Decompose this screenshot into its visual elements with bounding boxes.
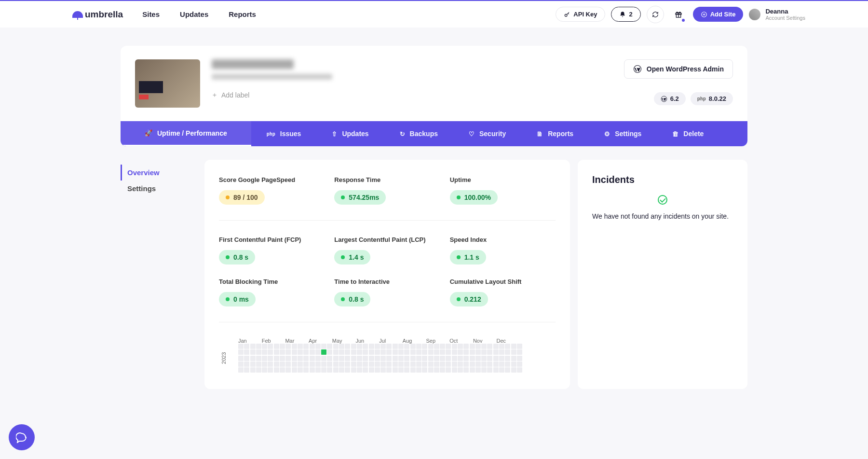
nav-sites[interactable]: Sites bbox=[142, 10, 160, 18]
calendar-cell bbox=[505, 349, 510, 355]
calendar-cell bbox=[303, 362, 309, 367]
account-menu[interactable]: Deanna Account Settings bbox=[749, 8, 805, 21]
open-wordpress-button[interactable]: Open WordPress Admin bbox=[624, 59, 733, 79]
check-circle-icon bbox=[658, 195, 667, 205]
calendar-cell bbox=[310, 349, 315, 355]
divider bbox=[219, 322, 556, 322]
gift-button[interactable] bbox=[670, 6, 687, 23]
tab-backups[interactable]: ↻Backups bbox=[384, 121, 453, 146]
main-nav: Sites Updates Reports bbox=[142, 10, 256, 18]
calendar-cell bbox=[410, 356, 416, 361]
tab-uptime[interactable]: 🚀Uptime / Performance bbox=[121, 121, 251, 146]
calendar-cell bbox=[481, 344, 487, 349]
wordpress-icon bbox=[633, 65, 642, 73]
calendar-cell bbox=[416, 349, 421, 355]
tab-reports[interactable]: 🗎Reports bbox=[521, 121, 589, 146]
tab-delete[interactable]: 🗑Delete bbox=[657, 121, 719, 146]
calendar-cell bbox=[262, 349, 267, 355]
calendar-cell bbox=[262, 367, 267, 373]
tab-settings[interactable]: ⚙Settings bbox=[589, 121, 657, 146]
site-title-blurred bbox=[212, 59, 294, 69]
php-version: 8.0.22 bbox=[709, 95, 726, 102]
calendar-cell bbox=[404, 344, 409, 349]
tab-updates[interactable]: ⇧Updates bbox=[316, 121, 384, 146]
metric-label: Time to Interactive bbox=[334, 278, 440, 285]
metric-value: 1.4 s bbox=[349, 253, 364, 261]
add-label-text: Add label bbox=[221, 91, 249, 99]
calendar-cell bbox=[369, 362, 374, 367]
calendar-cell bbox=[351, 362, 356, 367]
nav-updates[interactable]: Updates bbox=[180, 10, 208, 18]
metric-value: 0.212 bbox=[464, 295, 481, 303]
notifications-button[interactable]: 2 bbox=[611, 7, 640, 22]
calendar-cell bbox=[393, 367, 398, 373]
calendar-cell bbox=[238, 367, 244, 373]
calendar-cell bbox=[351, 367, 356, 373]
tab-issues[interactable]: phpIssues bbox=[251, 121, 317, 146]
bell-icon bbox=[619, 11, 626, 18]
calendar-cell bbox=[410, 349, 416, 355]
calendar-cell bbox=[393, 362, 398, 367]
heart-icon: ♡ bbox=[469, 130, 475, 138]
metric-pagespeed: Score Google PageSpeed 89 / 100 bbox=[219, 176, 325, 205]
calendar-cell bbox=[274, 356, 279, 361]
metric-label: Speed Index bbox=[450, 236, 556, 243]
calendar-cell bbox=[487, 367, 492, 373]
brand-logo[interactable]: umbrella bbox=[72, 9, 123, 20]
calendar-cell bbox=[505, 356, 510, 361]
metric-value: 0 ms bbox=[233, 295, 249, 303]
calendar-cell bbox=[511, 367, 516, 373]
refresh-button[interactable] bbox=[647, 6, 664, 23]
tab-security[interactable]: ♡Security bbox=[453, 121, 521, 146]
calendar-cell bbox=[262, 356, 267, 361]
sidebar-item-settings[interactable]: Settings bbox=[121, 181, 197, 196]
calendar-cell bbox=[369, 344, 374, 349]
php-icon: php bbox=[267, 131, 275, 137]
calendar-cell bbox=[268, 356, 273, 361]
calendar-cell bbox=[274, 362, 279, 367]
calendar-cell bbox=[505, 344, 510, 349]
calendar-month-label: Dec bbox=[497, 338, 520, 344]
calendar-cell bbox=[238, 356, 244, 361]
calendar-cell bbox=[505, 367, 510, 373]
calendar-cell bbox=[285, 367, 291, 373]
nav-reports[interactable]: Reports bbox=[229, 10, 256, 18]
calendar-cell bbox=[250, 349, 256, 355]
status-dot-icon bbox=[457, 255, 461, 259]
add-site-button[interactable]: Add Site bbox=[693, 7, 744, 22]
calendar-cell bbox=[268, 349, 273, 355]
calendar-cell bbox=[481, 349, 487, 355]
calendar-cell bbox=[428, 362, 434, 367]
calendar-cell bbox=[434, 349, 439, 355]
calendar-cell bbox=[458, 367, 463, 373]
calendar-cell bbox=[268, 367, 273, 373]
calendar-cell bbox=[280, 349, 285, 355]
calendar-cell bbox=[416, 362, 421, 367]
avatar bbox=[749, 9, 760, 20]
metric-speed-index: Speed Index 1.1 s bbox=[450, 236, 556, 264]
tab-reports-label: Reports bbox=[548, 130, 573, 138]
calendar-cell bbox=[380, 362, 386, 367]
calendar-cell bbox=[339, 344, 344, 349]
metrics-card: Score Google PageSpeed 89 / 100 Response… bbox=[204, 160, 570, 389]
calendar-cell bbox=[440, 344, 445, 349]
calendar-cell bbox=[398, 344, 404, 349]
site-thumbnail bbox=[135, 59, 200, 108]
calendar-cell bbox=[499, 362, 504, 367]
calendar-cell bbox=[452, 367, 457, 373]
calendar-cell bbox=[256, 356, 261, 361]
calendar-cell bbox=[493, 344, 499, 349]
umbrella-icon bbox=[72, 11, 83, 18]
sidebar-item-overview[interactable]: Overview bbox=[121, 165, 197, 181]
calendar-cell bbox=[452, 344, 457, 349]
calendar-cell bbox=[499, 344, 504, 349]
calendar-cell bbox=[280, 367, 285, 373]
calendar-cell bbox=[470, 349, 475, 355]
api-key-button[interactable]: API Key bbox=[556, 7, 605, 22]
calendar-cell bbox=[292, 367, 297, 373]
calendar-cell bbox=[493, 362, 499, 367]
metric-value: 0.8 s bbox=[233, 253, 248, 261]
add-label-button[interactable]: Add label bbox=[212, 91, 612, 99]
metric-tti: Time to Interactive 0.8 s bbox=[334, 278, 440, 306]
calendar-cell bbox=[428, 344, 434, 349]
